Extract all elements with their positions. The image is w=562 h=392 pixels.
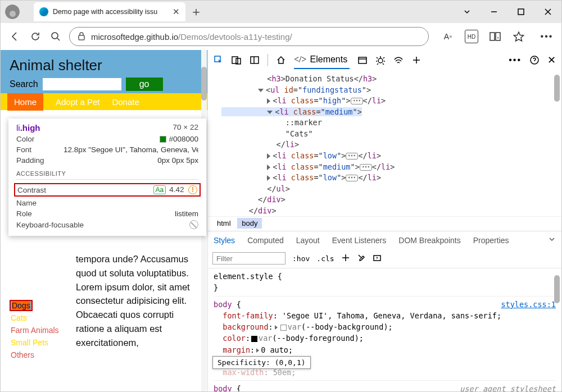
- nav-donate[interactable]: Donate: [112, 97, 139, 107]
- svg-rect-2: [79, 35, 84, 40]
- not-focusable-icon: [189, 220, 198, 229]
- go-button[interactable]: go: [126, 78, 163, 91]
- tab-dom-breakpoints[interactable]: DOM Breakpoints: [398, 236, 460, 245]
- plus-icon[interactable]: [411, 55, 422, 65]
- brush-icon[interactable]: [357, 253, 366, 264]
- css-line: margin:0 auto;: [214, 344, 556, 355]
- elements-tab[interactable]: </>Elements: [294, 51, 350, 69]
- close-tab-icon[interactable]: ✕: [173, 7, 180, 17]
- nav-adopt[interactable]: Adopt a Pet: [56, 97, 99, 107]
- hover-padding-value: 0px 0px 5px: [157, 156, 198, 165]
- titlebar: Demo page with accessibility issu ✕ ＋: [1, 1, 561, 23]
- css-line: }: [214, 282, 556, 293]
- menu-button[interactable]: •••: [540, 30, 554, 43]
- contrast-value: 4.42: [169, 185, 184, 194]
- svg-rect-0: [518, 9, 524, 15]
- svg-rect-3: [490, 33, 495, 40]
- url-field[interactable]: microsoftedge.github.io/Demos/devtools-a…: [69, 27, 429, 46]
- help-icon[interactable]: [529, 55, 540, 65]
- favorite-icon[interactable]: [512, 30, 525, 43]
- hover-padding-label: Padding: [16, 156, 44, 165]
- hover-role-value: listitem: [175, 209, 198, 218]
- css-scrollbar[interactable]: [554, 275, 560, 303]
- app-tab-icon[interactable]: [357, 55, 368, 65]
- link-others[interactable]: Others: [11, 350, 70, 359]
- close-window-icon[interactable]: [534, 1, 561, 23]
- read-aloud-icon[interactable]: A»: [441, 30, 455, 43]
- maximize-icon[interactable]: [507, 1, 534, 23]
- search-label: Search: [10, 79, 38, 89]
- nav-home[interactable]: Home: [7, 93, 43, 111]
- devtools-menu-icon[interactable]: •••: [509, 55, 522, 65]
- home-tab-icon[interactable]: [276, 55, 286, 65]
- css-line: body {user agent stylesheet: [214, 383, 556, 392]
- device-toggle-icon[interactable]: [232, 55, 242, 65]
- tab-styles[interactable]: Styles: [214, 236, 235, 245]
- hover-contrast-row: Contrast Aa4.42 !: [14, 183, 201, 197]
- css-line: color:var(--body-foreground);: [214, 332, 556, 344]
- tab-computed[interactable]: Computed: [247, 236, 284, 245]
- link-dogs[interactable]: Dogs: [11, 301, 31, 310]
- hover-a11y-section: ACCESSIBILITY: [16, 170, 198, 177]
- window-controls: [454, 1, 561, 23]
- breadcrumb[interactable]: html body: [208, 216, 561, 231]
- warning-icon: !: [188, 185, 197, 194]
- source-link[interactable]: styles.css:1: [501, 299, 556, 310]
- profile-avatar[interactable]: [5, 4, 20, 19]
- hov-toggle[interactable]: :hov: [292, 254, 310, 263]
- refresh-button[interactable]: [29, 30, 42, 43]
- css-rules-panel[interactable]: element.style { } body {styles.css:1 fon…: [208, 268, 561, 392]
- cls-toggle[interactable]: .cls: [316, 254, 334, 263]
- chevron-down-icon[interactable]: [454, 1, 481, 23]
- lorem-text: tempora unde? Accusamus quod ut soluta v…: [70, 252, 207, 392]
- sidebar-toggle-icon[interactable]: [250, 55, 260, 65]
- color-swatch: [160, 136, 166, 143]
- category-links: Dogs Cats Farm Animals Small Pets Others: [11, 252, 70, 392]
- address-bar: microsoftedge.github.io/Demos/devtools-a…: [1, 23, 561, 50]
- plus-icon[interactable]: [341, 253, 350, 264]
- devtools-toolbar: </>Elements ••• ✕: [208, 50, 561, 70]
- crumb-html[interactable]: html: [212, 218, 235, 229]
- edge-favicon: [39, 7, 48, 16]
- hover-dimensions: 70 × 22: [173, 123, 198, 133]
- css-line: background:var(--body-background);: [214, 321, 556, 332]
- back-button[interactable]: [8, 30, 22, 43]
- hover-color-label: Color: [16, 135, 34, 143]
- link-small[interactable]: Small Pets: [11, 338, 70, 347]
- url-text: microsoftedge.github.io/Demos/devtools-a…: [91, 32, 420, 42]
- inspect-element-icon[interactable]: [214, 55, 224, 65]
- page-nav: Home Adopt a Pet Donate: [1, 93, 207, 110]
- styles-tabs: Styles Computed Layout Event Listeners D…: [208, 231, 561, 249]
- rendered-page: Animal shelter Search go Home Adopt a Pe…: [1, 50, 207, 392]
- link-cats[interactable]: Cats: [11, 313, 70, 322]
- devtools-panel: </>Elements ••• ✕ <h3>Donation Status</h…: [207, 50, 561, 392]
- styles-filter-input[interactable]: [212, 252, 285, 265]
- dom-scrollbar[interactable]: [554, 75, 560, 102]
- chevron-down-icon[interactable]: [548, 235, 556, 245]
- search-icon[interactable]: [49, 30, 62, 43]
- hover-font-label: Font: [16, 145, 31, 154]
- network-icon[interactable]: [393, 55, 404, 65]
- svg-rect-6: [232, 57, 238, 63]
- link-farm[interactable]: Farm Animals: [11, 326, 70, 335]
- css-line: element.style {: [214, 271, 556, 282]
- minimize-icon[interactable]: [481, 1, 507, 23]
- crumb-body[interactable]: body: [237, 218, 262, 229]
- hover-kf-label: Keyboard-focusable: [16, 221, 84, 229]
- devtools-close-icon[interactable]: ✕: [547, 54, 556, 66]
- collapse-icon[interactable]: [373, 253, 382, 264]
- dom-tree[interactable]: <h3>Donation Status</h3> <ul id="funding…: [208, 70, 561, 216]
- hd-icon[interactable]: HD: [465, 30, 478, 43]
- tab-properties[interactable]: Properties: [473, 236, 509, 245]
- hover-name-label: Name: [16, 199, 37, 207]
- search-input[interactable]: [43, 78, 121, 90]
- hover-font-value: 12.8px "Segoe UI", Tahoma, Geneva, Verd…: [64, 145, 198, 154]
- debug-icon[interactable]: [375, 55, 386, 65]
- tab-event-listeners[interactable]: Event Listeners: [332, 236, 387, 245]
- svg-point-1: [52, 33, 58, 39]
- specificity-tooltip: Specificity: (0,0,1): [212, 356, 311, 369]
- tab-layout[interactable]: Layout: [296, 236, 320, 245]
- reader-icon[interactable]: [488, 30, 502, 43]
- new-tab-button[interactable]: ＋: [190, 3, 202, 20]
- browser-tab[interactable]: Demo page with accessibility issu ✕: [34, 2, 185, 21]
